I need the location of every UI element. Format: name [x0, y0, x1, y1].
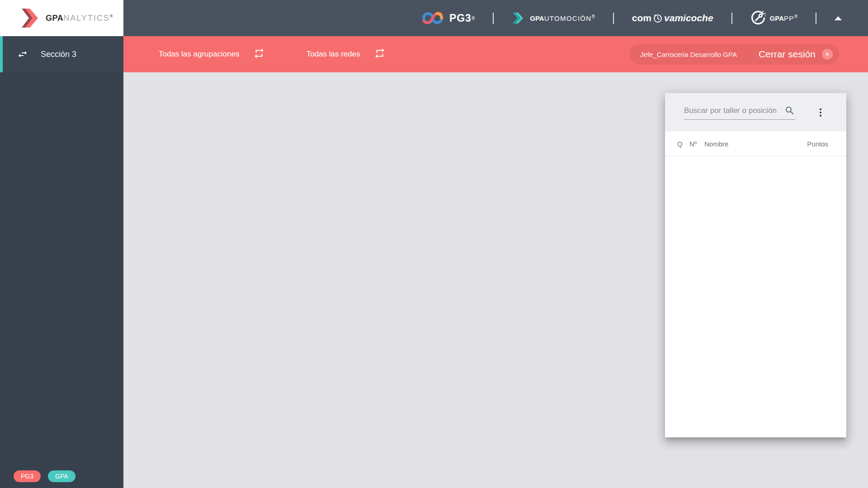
column-header-q: Q: [677, 140, 689, 148]
logo-divider: [731, 13, 732, 24]
sidebar: Sección 3 PG3 GPA: [0, 36, 123, 488]
pg3-label: PG3: [449, 12, 472, 24]
session-pill: Jefe_Carroceria Desarrollo GPA Cerrar se…: [629, 44, 839, 65]
filter-bar: Todas las agrupaciones Todas las redes J…: [123, 36, 868, 72]
column-header-puntos: Puntos: [807, 140, 828, 148]
table-header-row: Q Nº Nombre Puntos: [665, 131, 846, 156]
pg3-reg: ®: [472, 16, 475, 21]
sidebar-item-seccion-3[interactable]: Sección 3: [0, 36, 123, 72]
search-field[interactable]: [684, 105, 795, 120]
filter-redes-label: Todas las redes: [307, 50, 360, 59]
repeat-icon[interactable]: [374, 47, 386, 61]
ranking-panel: Q Nº Nombre Puntos: [665, 93, 846, 437]
close-session-icon[interactable]: ✕: [822, 49, 833, 60]
partner-logos: PG3® GPAUTOMOCIÓN® com vamicoche: [421, 0, 842, 36]
pg3-infinity-icon: [421, 10, 444, 26]
badge-pg3[interactable]: PG3: [14, 470, 41, 482]
logo-divider: [816, 13, 816, 24]
gpanalytics-label: GPANALYTICS®: [46, 14, 113, 23]
wrench-circle-icon: [750, 10, 766, 26]
collapse-caret-icon[interactable]: [835, 16, 842, 20]
compravamicoche-logo: com vamicoche: [632, 13, 713, 23]
search-input[interactable]: [684, 106, 783, 115]
badge-gpa[interactable]: GPA: [48, 470, 75, 482]
gpanalytics-arrow-icon: [21, 8, 40, 28]
filter-agrupaciones-label: Todas las agrupaciones: [159, 50, 240, 59]
gpapp-label: GPAPP®: [770, 14, 797, 22]
table-body: [665, 156, 846, 437]
pg3-logo: PG3®: [421, 10, 475, 26]
search-icon[interactable]: [784, 105, 795, 116]
sidebar-item-label: Sección 3: [41, 50, 76, 59]
filter-redes[interactable]: Todas las redes: [307, 47, 386, 61]
clock-icon: [652, 13, 663, 23]
status-badges: PG3 GPA: [14, 470, 75, 482]
column-header-nombre: Nombre: [704, 140, 807, 148]
user-name: Jefe_Carroceria Desarrollo GPA: [640, 51, 737, 58]
logo-divider: [613, 13, 614, 24]
compravamicoche-post: vamicoche: [664, 13, 713, 23]
gpautomocion-arrow-icon: [512, 12, 525, 24]
gpapp-logo: GPAPP®: [750, 10, 797, 26]
gpautomocion-label: GPAUTOMOCIÓN®: [530, 14, 595, 22]
filter-agrupaciones[interactable]: Todas las agrupaciones: [159, 47, 265, 61]
gpautomocion-logo: GPAUTOMOCIÓN®: [512, 12, 595, 24]
more-options-icon[interactable]: [817, 106, 824, 119]
swap-arrows-icon: [16, 49, 29, 60]
column-header-numero: Nº: [689, 140, 704, 148]
panel-header: [665, 93, 846, 131]
repeat-icon[interactable]: [253, 47, 265, 61]
logo-divider: [493, 13, 494, 24]
logout-button[interactable]: Cerrar sesión: [759, 49, 816, 60]
top-header-bar: PG3® GPAUTOMOCIÓN® com vamicoche: [0, 0, 868, 36]
compravamicoche-pre: com: [632, 13, 651, 23]
gpanalytics-logo: GPANALYTICS®: [0, 0, 123, 36]
